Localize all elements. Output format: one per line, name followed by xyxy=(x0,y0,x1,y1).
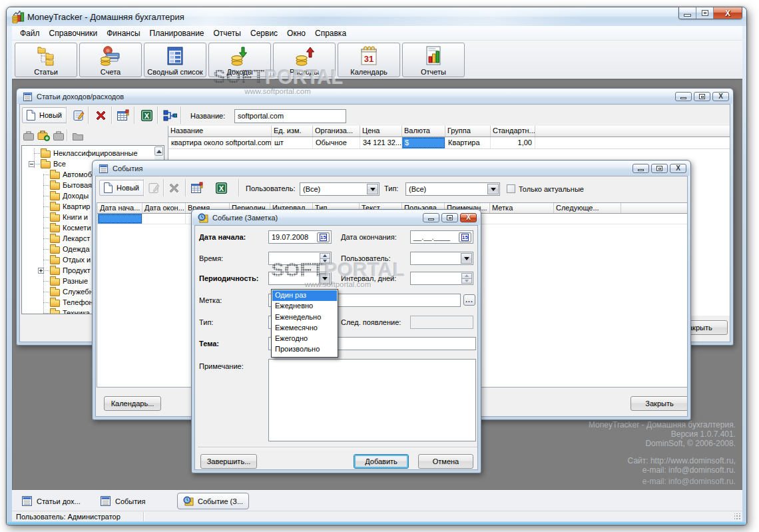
tree-collapse-icon[interactable] xyxy=(29,161,35,167)
dropdown-option[interactable]: Ежегодно xyxy=(272,334,337,344)
menu-finances[interactable]: Финансы xyxy=(104,27,142,40)
note-textarea[interactable] xyxy=(268,359,476,441)
dialog-maximize-button[interactable] xyxy=(441,213,458,222)
start-date-field[interactable]: 19.07.2008 15 xyxy=(268,230,332,244)
articles-assign-button[interactable] xyxy=(162,108,177,123)
menu-help[interactable]: Справка xyxy=(312,27,349,40)
tree-item[interactable]: Одежда xyxy=(50,244,90,254)
tree-item[interactable]: Неклассифицированные xyxy=(41,148,138,158)
toolbar-expense-button[interactable]: Расходы xyxy=(273,43,336,77)
articles-maximize-button[interactable] xyxy=(694,92,710,101)
maximize-button[interactable] xyxy=(696,7,714,19)
tree-item[interactable]: Автомоб xyxy=(50,169,92,180)
cell-org[interactable]: Обычное xyxy=(313,137,360,148)
events-actual-checkbox[interactable] xyxy=(507,184,515,193)
events-close-button[interactable]: X xyxy=(670,164,686,173)
tree-item-label[interactable]: Отдых и xyxy=(63,256,91,264)
tree-item-label[interactable]: Бытовая xyxy=(63,181,92,189)
tab-event-dialog[interactable]: Событие (З... xyxy=(177,493,249,509)
start-date-calendar-button[interactable]: 15 xyxy=(317,232,330,242)
events-actual-label[interactable]: Только актуальные xyxy=(519,185,584,193)
finish-button[interactable]: Завершить... xyxy=(200,454,257,469)
tree-item[interactable]: Служебн xyxy=(50,286,93,297)
tree-expand-icon[interactable] xyxy=(38,268,44,274)
tree-item-label[interactable]: Неклассифицированные xyxy=(53,149,138,157)
end-date-calendar-button[interactable]: 15 xyxy=(459,232,471,242)
tree-item-label[interactable]: Служебн xyxy=(63,288,93,296)
column-header[interactable]: Следующе... xyxy=(554,203,621,213)
tab-events[interactable]: События xyxy=(95,493,150,509)
events-selected-cell[interactable] xyxy=(98,214,142,224)
combo-dropdown-button[interactable] xyxy=(461,253,472,264)
events-maximize-button[interactable] xyxy=(651,164,668,173)
events-delete-button-disabled[interactable] xyxy=(166,180,181,195)
menu-window[interactable]: Окно xyxy=(284,27,308,40)
articles-titlebar[interactable]: Статьи доходов/расходов X xyxy=(17,89,732,104)
cell-unit[interactable]: шт xyxy=(272,137,313,148)
menu-planning[interactable]: Планирование xyxy=(147,27,207,40)
column-header[interactable]: Цена xyxy=(360,126,402,136)
column-header[interactable]: Метка xyxy=(490,203,554,213)
cell-price[interactable]: 34 121 32... xyxy=(360,137,402,148)
column-header[interactable]: Название xyxy=(168,126,272,136)
tree-item-label[interactable]: Лекарст xyxy=(63,234,90,242)
column-header[interactable]: Валюта xyxy=(402,126,445,136)
articles-close-button[interactable]: X xyxy=(712,92,729,101)
tree-item[interactable]: Космети xyxy=(50,222,91,233)
time-field[interactable] xyxy=(268,252,332,265)
mark-browse-button[interactable]: ... xyxy=(463,294,475,306)
tab-articles[interactable]: Статьи дох... xyxy=(16,493,86,509)
tree-item[interactable]: Техника xyxy=(50,308,90,314)
column-header[interactable]: Дата нача... xyxy=(98,203,142,213)
toolbar-reports-button[interactable]: Отчеты xyxy=(402,43,465,77)
events-table-button[interactable] xyxy=(190,180,204,195)
articles-excel-button[interactable]: X xyxy=(139,108,154,123)
events-excel-button[interactable]: X xyxy=(214,180,228,195)
toolbar-summary-button[interactable]: Сводный список xyxy=(144,43,206,77)
events-titlebar[interactable]: События X xyxy=(93,161,690,176)
tree-item-label[interactable]: Все xyxy=(53,160,66,168)
tree-item-label[interactable]: Продукт xyxy=(63,266,91,274)
minimize-button[interactable] xyxy=(679,7,696,19)
tree-item[interactable]: Книги и xyxy=(50,212,88,222)
combo-dropdown-button[interactable] xyxy=(487,184,499,194)
time-spinner[interactable] xyxy=(320,253,330,264)
tree-item-label[interactable]: Одежда xyxy=(63,245,90,253)
menu-service[interactable]: Сервис xyxy=(248,27,280,40)
articles-minimize-button[interactable] xyxy=(675,92,692,101)
menu-reports[interactable]: Отчеты xyxy=(211,27,244,40)
tree-item[interactable]: Лекарст xyxy=(50,233,90,244)
end-date-field[interactable]: __.__.____ 15 xyxy=(410,230,473,244)
event-dialog-titlebar[interactable]: Событие (Заметка) X xyxy=(192,210,480,225)
tree-item[interactable]: Все xyxy=(41,158,66,169)
resize-grip-icon[interactable] xyxy=(734,513,741,520)
events-edit-button-disabled[interactable] xyxy=(146,180,161,195)
tree-item[interactable]: Бытовая xyxy=(50,180,92,190)
cell-standard[interactable]: 1,00 xyxy=(491,137,535,148)
events-type-combo[interactable]: (Все) xyxy=(405,182,500,196)
tree-item-label[interactable]: Доходы xyxy=(63,192,89,200)
dropdown-option[interactable]: Еженедельно xyxy=(272,312,337,323)
tree-item-label[interactable]: Квартир xyxy=(63,202,90,210)
tree-scroll-up-button[interactable] xyxy=(154,146,163,156)
tree-item-label[interactable]: Книги и xyxy=(63,213,88,221)
dropdown-option[interactable]: Ежемесячно xyxy=(272,323,337,334)
dropdown-option[interactable]: Ежедневно xyxy=(272,301,337,312)
dialog-close-button[interactable]: X xyxy=(460,213,477,222)
interval-spinner[interactable] xyxy=(461,273,472,284)
articles-new-button[interactable]: Новый xyxy=(22,107,67,123)
dialog-minimize-button[interactable] xyxy=(423,213,439,222)
toolbar-income-button[interactable]: Доходы xyxy=(208,43,271,77)
articles-table-row[interactable]: квартира около softportal.com шт Обычное… xyxy=(168,137,730,149)
events-calendar-button[interactable]: Календарь... xyxy=(104,396,161,411)
column-header[interactable]: Организа... xyxy=(313,126,360,136)
toolbar-calendar-button[interactable]: 31 Календарь xyxy=(338,43,400,77)
articles-edit-button[interactable] xyxy=(71,108,86,123)
events-minimize-button[interactable] xyxy=(632,164,649,173)
tree-item[interactable]: Отдых и xyxy=(50,254,91,265)
events-close-bottom-button[interactable]: Закрыть xyxy=(631,396,688,411)
toolbar-accounts-button[interactable]: Счета xyxy=(79,43,142,77)
column-header[interactable]: Стандартн... xyxy=(491,126,535,136)
tree-item-label[interactable]: Автомоб xyxy=(63,170,92,178)
column-header[interactable]: Ед. изм. xyxy=(272,126,313,136)
